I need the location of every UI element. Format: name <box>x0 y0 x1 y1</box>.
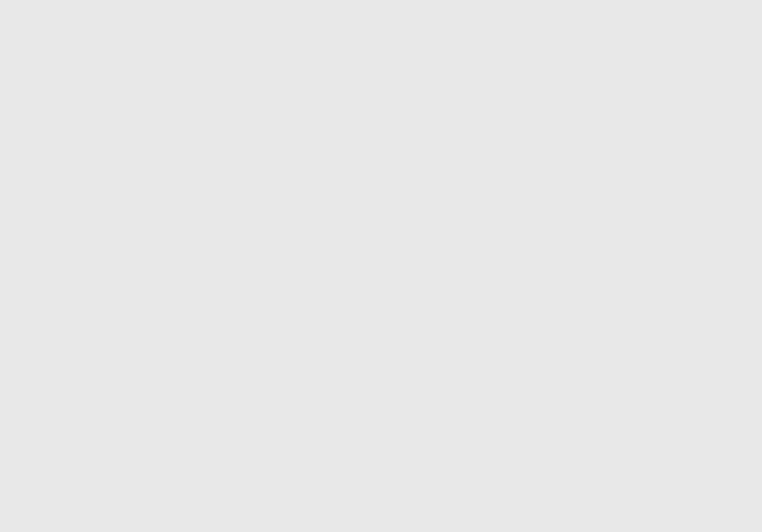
diagram-container <box>0 0 762 532</box>
